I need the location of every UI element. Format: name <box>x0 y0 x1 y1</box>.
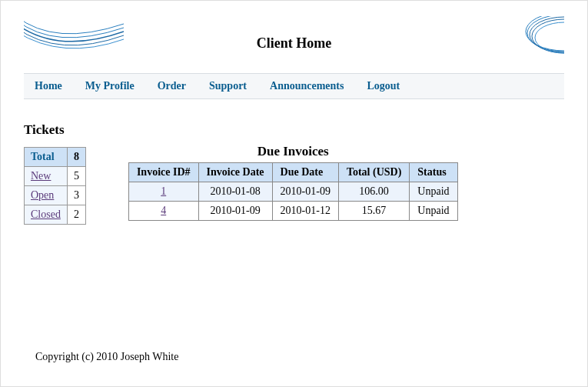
invoice-total: 106.00 <box>338 182 409 202</box>
invoice-row: 4 2010-01-09 2010-01-12 15.67 Unpaid <box>128 202 457 221</box>
nav-support[interactable]: Support <box>209 80 247 92</box>
footer-copyright: Copyright (c) 2010 Joseph White <box>35 351 178 363</box>
ticket-count: 3 <box>67 186 85 205</box>
tickets-table: Total 8 New 5 Open 3 Closed 2 <box>24 147 86 225</box>
ticket-link-new[interactable]: New <box>31 170 51 182</box>
invoice-status: Unpaid <box>410 182 457 202</box>
invoice-date: 2010-01-09 <box>198 202 272 221</box>
ticket-row: Open 3 <box>25 186 86 205</box>
header: Client Home <box>24 16 564 70</box>
ticket-count: 2 <box>67 205 85 225</box>
invoice-row: 1 2010-01-08 2010-01-09 106.00 Unpaid <box>128 182 457 202</box>
invoice-date: 2010-01-08 <box>198 182 272 202</box>
tickets-section: Tickets Total 8 New 5 Open 3 Closed 2 <box>24 122 86 225</box>
col-invoice-id: Invoice ID# <box>128 163 198 182</box>
invoice-status: Unpaid <box>410 202 457 221</box>
wave-left-icon <box>24 16 124 62</box>
content: Tickets Total 8 New 5 Open 3 Closed 2 Du… <box>24 122 564 225</box>
ticket-link-open[interactable]: Open <box>31 189 54 201</box>
invoice-total: 15.67 <box>338 202 409 221</box>
invoices-heading: Due Invoices <box>128 144 458 159</box>
ticket-row: New 5 <box>25 167 86 186</box>
col-total: Total (USD) <box>338 163 409 182</box>
tickets-total-count: 8 <box>67 148 85 167</box>
invoice-link[interactable]: 1 <box>161 185 166 197</box>
invoice-due: 2010-01-12 <box>272 202 338 221</box>
ticket-link-closed[interactable]: Closed <box>31 209 61 220</box>
col-due-date: Due Date <box>272 163 338 182</box>
svg-point-3 <box>532 19 564 53</box>
tickets-total-label: Total <box>25 148 68 167</box>
ticket-count: 5 <box>67 167 85 186</box>
ticket-row: Closed 2 <box>25 205 86 225</box>
svg-point-4 <box>535 22 564 53</box>
page-title: Client Home <box>257 35 331 52</box>
svg-point-0 <box>526 16 564 51</box>
tickets-heading: Tickets <box>24 122 86 138</box>
nav-order[interactable]: Order <box>158 80 186 92</box>
invoice-due: 2010-01-09 <box>272 182 338 202</box>
wave-right-icon <box>480 16 564 62</box>
svg-point-1 <box>527 16 564 52</box>
invoice-link[interactable]: 4 <box>161 205 166 216</box>
invoices-section: Due Invoices Invoice ID# Invoice Date Du… <box>128 144 458 225</box>
nav-bar: Home My Profile Order Support Announceme… <box>24 73 564 99</box>
nav-home[interactable]: Home <box>35 80 62 92</box>
col-status: Status <box>410 163 457 182</box>
nav-logout[interactable]: Logout <box>367 80 400 92</box>
col-invoice-date: Invoice Date <box>198 163 272 182</box>
invoices-table: Invoice ID# Invoice Date Due Date Total … <box>128 162 458 221</box>
nav-my-profile[interactable]: My Profile <box>85 80 135 92</box>
nav-announcements[interactable]: Announcements <box>270 80 344 92</box>
